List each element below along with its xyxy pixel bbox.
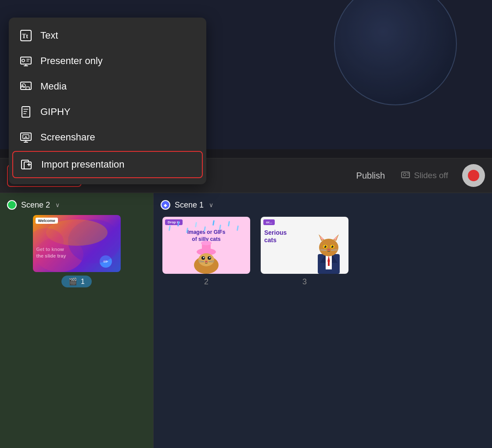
menu-item-media-label: Media <box>40 81 67 92</box>
scene2-chevron: ∨ <box>55 201 60 208</box>
slide2-thumbnail[interactable]: Drop in Images or GIFsof silly cats <box>162 217 250 274</box>
slide-tray: Scene 2 ∨ Welcome Get to knowthe slide t… <box>0 193 492 448</box>
slide2-number: 2 <box>204 277 208 287</box>
svg-point-28 <box>209 257 211 258</box>
or-badge: or... <box>263 219 275 225</box>
scene1-chevron: ∨ <box>209 201 213 208</box>
menu-item-giphy-label: GIPHY <box>40 106 70 118</box>
slides-off-label: Slides off <box>414 171 448 180</box>
slide1-number-badge: 🎬 1 <box>61 276 92 287</box>
scene2-header[interactable]: Scene 2 ∨ <box>7 200 146 210</box>
svg-rect-37 <box>328 261 330 266</box>
media-icon <box>19 80 32 93</box>
svg-point-48 <box>331 246 334 248</box>
circle-graphic <box>334 0 457 105</box>
screenshare-icon <box>19 131 32 144</box>
slides-off-icon <box>401 170 410 182</box>
svg-rect-11 <box>24 162 31 169</box>
menu-item-presenter[interactable]: Presenter only <box>9 48 206 74</box>
slide1-container[interactable]: Welcome Get to knowthe slide tray ✏ 🎬 1 <box>7 215 146 287</box>
svg-text:Tt: Tt <box>22 33 28 39</box>
scene1-header[interactable]: Scene 1 ∨ <box>161 200 485 210</box>
text-icon: Tt <box>19 29 32 42</box>
record-button[interactable] <box>462 164 485 187</box>
menu-item-import-label: Import presentation <box>41 159 125 170</box>
scene1-active-dot <box>161 200 170 210</box>
svg-point-50 <box>331 246 332 247</box>
scene1-name: Scene 1 <box>175 201 204 210</box>
slide1-number: 1 <box>81 278 85 286</box>
serious-cat-image <box>309 230 348 274</box>
slide3-container[interactable]: or... Seriouscats <box>261 217 348 287</box>
slide1-thumbnail[interactable]: Welcome Get to knowthe slide tray ✏ <box>33 215 121 272</box>
svg-point-15 <box>403 173 406 176</box>
svg-point-3 <box>22 59 25 62</box>
scene2-panel: Scene 2 ∨ Welcome Get to knowthe slide t… <box>0 193 154 448</box>
svg-point-27 <box>203 257 205 258</box>
slides-off-button[interactable]: Slides off <box>394 165 455 186</box>
menu-item-screenshare[interactable]: Screenshare <box>9 125 206 150</box>
drop-in-badge: Drop in <box>165 219 183 225</box>
publish-label: Publish <box>356 171 385 181</box>
import-icon <box>20 158 33 171</box>
svg-point-51 <box>327 249 330 251</box>
scene2-active-dot <box>7 200 17 210</box>
slide2-container[interactable]: Drop in Images or GIFsof silly cats <box>162 217 250 287</box>
scene1-panel: Scene 1 ∨ Drop in Images or GIFsof silly… <box>154 193 492 448</box>
svg-point-47 <box>324 246 327 248</box>
scene2-name: Scene 2 <box>21 201 50 210</box>
menu-item-text-label: Text <box>40 30 58 41</box>
film-icon: 🎬 <box>68 277 77 286</box>
silly-cat-image <box>187 239 226 274</box>
slide3-thumbnail[interactable]: or... Seriouscats <box>261 217 348 274</box>
svg-point-49 <box>324 246 325 247</box>
dropdown-menu: Tt Text Presenter only Media <box>9 18 206 184</box>
svg-point-40 <box>319 239 338 256</box>
slide3-title: Seriouscats <box>264 229 287 244</box>
menu-item-screenshare-label: Screenshare <box>40 132 95 143</box>
menu-item-presenter-label: Presenter only <box>40 55 103 67</box>
menu-item-text[interactable]: Tt Text <box>9 23 206 48</box>
giphy-icon <box>19 105 32 118</box>
svg-rect-7 <box>22 107 30 117</box>
presenter-icon <box>19 54 32 68</box>
svg-point-23 <box>201 241 212 245</box>
svg-point-33 <box>205 261 208 262</box>
menu-item-giphy[interactable]: GIPHY <box>9 99 206 125</box>
svg-point-24 <box>198 253 214 266</box>
menu-item-media[interactable]: Media <box>9 74 206 99</box>
scene1-slides-row: Drop in Images or GIFsof silly cats <box>161 215 485 288</box>
slide3-number: 3 <box>302 277 307 287</box>
record-dot <box>468 170 479 181</box>
menu-item-import[interactable]: Import presentation <box>12 151 203 178</box>
